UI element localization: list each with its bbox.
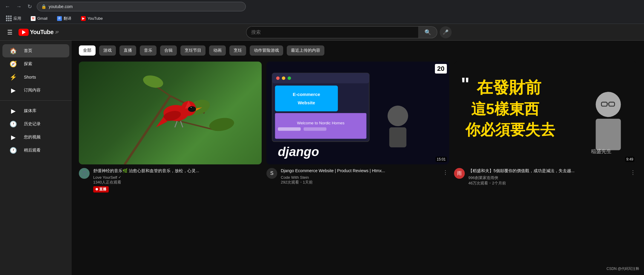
back-button[interactable]: ← xyxy=(4,2,11,11)
subscriptions-icon: ▶ xyxy=(10,87,17,94)
live-dot xyxy=(96,188,98,190)
svg-line-16 xyxy=(175,121,177,127)
video-thumbnail xyxy=(79,62,262,164)
video-meta: 【稻盛和夫】5個顛覆你的價值觀，成功是減法，失去越...996創業家造雨俠46万… xyxy=(468,168,625,186)
sidebar-label-subscriptions: 订阅内容 xyxy=(24,88,41,93)
bookmark-gmail[interactable]: M Gmail xyxy=(28,15,50,22)
svg-text:這5樣東西: 這5樣東西 xyxy=(471,101,539,117)
svg-point-22 xyxy=(282,77,285,80)
browser-chrome: ← → ↻ 🔒 youtube.com xyxy=(0,0,644,13)
forward-button[interactable]: → xyxy=(15,2,23,11)
hamburger-button[interactable]: ☰ xyxy=(5,26,15,38)
filter-chip-9[interactable]: 最近上传的内容 xyxy=(287,45,324,56)
gmail-icon: M xyxy=(31,16,36,21)
sidebar-label-watch-later: 稍后观看 xyxy=(24,148,41,153)
video-card[interactable]: E-commerce Website Welcome to Nordic Hom… xyxy=(266,62,449,192)
sidebar-item-shorts[interactable]: ⚡ Shorts xyxy=(2,71,69,84)
youtube-logo-region: JP xyxy=(55,30,59,34)
voice-search-button[interactable]: 🎤 xyxy=(440,26,452,38)
svg-text:在發財前: 在發財前 xyxy=(477,79,542,96)
bookmark-translate[interactable]: 译 翻译 xyxy=(55,15,74,22)
sidebar-divider-1 xyxy=(0,100,72,101)
video-channel[interactable]: Love YourSelf ✓ xyxy=(93,175,262,180)
apps-icon xyxy=(6,16,12,21)
svg-rect-29 xyxy=(278,127,301,131)
svg-text:稲盛先生: 稲盛先生 xyxy=(591,148,611,154)
shorts-icon: ⚡ xyxy=(10,74,17,81)
video-card[interactable]: " 在發財前 這5樣東西 你必須要失去 " 稲盛先生 9:49雨【稻盛和夫】5個… xyxy=(454,62,637,192)
video-channel[interactable]: 996創業家造雨俠 xyxy=(468,175,625,181)
video-duration: 15:01 xyxy=(436,157,447,162)
sidebar-label-library: 媒体库 xyxy=(24,108,36,114)
svg-text:Website: Website xyxy=(298,100,315,105)
svg-text:Welcome to Nordic Homes: Welcome to Nordic Homes xyxy=(297,121,344,125)
filter-chip-0[interactable]: 全部 xyxy=(79,45,96,56)
video-title: 【稻盛和夫】5個顛覆你的價值觀，成功是減法，失去越... xyxy=(468,168,625,174)
filter-chip-6[interactable]: 动画 xyxy=(209,45,226,56)
sidebar-item-watch-later[interactable]: 🕐 稍后观看 xyxy=(2,144,69,157)
svg-point-40 xyxy=(596,92,621,117)
bookmark-youtube[interactable]: ▶ YouTube xyxy=(79,15,105,22)
filter-chip-2[interactable]: 直播 xyxy=(119,45,136,56)
bookmark-gmail-label: Gmail xyxy=(37,16,47,21)
svg-text:": " xyxy=(461,74,470,94)
svg-point-6 xyxy=(208,116,235,133)
video-title: 舒缓神经的音乐🌿 治愈心脏和血管的音乐，放松，心灵... xyxy=(93,168,262,174)
history-icon: 🕐 xyxy=(10,120,17,128)
svg-point-13 xyxy=(188,106,196,112)
youtube-bookmark-icon: ▶ xyxy=(81,16,86,21)
sidebar-item-explore[interactable]: 🧭 探索 xyxy=(2,57,69,71)
search-input[interactable] xyxy=(246,26,418,38)
video-channel[interactable]: Code With Stein xyxy=(281,175,438,180)
filter-chips: 全部游戏直播音乐合辑烹饪节目动画烹饪动作冒险游戏最近上传的内容 xyxy=(79,45,637,56)
video-meta: 舒缓神经的音乐🌿 治愈心脏和血管的音乐，放松，心灵...Love YourSel… xyxy=(93,168,262,192)
filter-chip-3[interactable]: 音乐 xyxy=(140,45,157,56)
filter-chip-5[interactable]: 烹饪节目 xyxy=(180,45,206,56)
mic-icon: 🎤 xyxy=(443,29,449,35)
channel-avatar[interactable]: S xyxy=(266,168,277,179)
video-thumbnail: E-commerce Website Welcome to Nordic Hom… xyxy=(266,62,449,164)
video-info: 雨【稻盛和夫】5個顛覆你的價值觀，成功是減法，失去越...996創業家造雨俠46… xyxy=(454,164,637,186)
video-info: 🎵舒缓神经的音乐🌿 治愈心脏和血管的音乐，放松，心灵...Love YourSe… xyxy=(79,164,262,192)
filter-chip-1[interactable]: 游戏 xyxy=(99,45,116,56)
video-card[interactable]: 🎵舒缓神经的音乐🌿 治愈心脏和血管的音乐，放松，心灵...Love YourSe… xyxy=(79,62,262,192)
sidebar-label-explore: 探索 xyxy=(24,61,32,67)
sidebar-item-your-videos[interactable]: ▶ 您的视频 xyxy=(2,131,69,144)
live-badge: 直播 xyxy=(93,186,109,192)
svg-line-0 xyxy=(125,96,170,165)
bookmark-apps[interactable]: 应用 xyxy=(4,14,24,22)
channel-avatar[interactable]: 🎵 xyxy=(79,168,90,179)
search-box: 🔍 xyxy=(246,26,437,38)
svg-rect-27 xyxy=(275,113,367,139)
sidebar-label-your-videos: 您的视频 xyxy=(24,135,41,140)
svg-text:你必須要失去: 你必須要失去 xyxy=(465,121,555,138)
video-thumbnail: " 在發財前 這5樣東西 你必須要失去 " 稲盛先生 9:49 xyxy=(454,62,637,164)
svg-text:django: django xyxy=(278,145,319,159)
sidebar-item-subscriptions[interactable]: ▶ 订阅内容 xyxy=(2,84,69,97)
youtube-header: ☰ YouTubeJP 🔍 🎤 xyxy=(0,24,644,41)
sidebar-item-library[interactable]: ▶ 媒体库 xyxy=(2,104,69,117)
sidebar-item-home[interactable]: 🏠 首页 xyxy=(2,44,69,57)
youtube-logo-icon xyxy=(19,29,29,36)
verified-icon: ✓ xyxy=(118,175,121,179)
more-options-button[interactable]: ⋮ xyxy=(629,168,637,177)
address-text: youtube.com xyxy=(49,4,73,9)
filter-chip-4[interactable]: 合辑 xyxy=(160,45,177,56)
video-stats: 292次观看・1天前 xyxy=(281,180,438,185)
address-bar[interactable]: 🔒 youtube.com xyxy=(37,2,246,11)
sidebar-label-history: 历史记录 xyxy=(24,121,41,127)
more-options-button[interactable]: ⋮ xyxy=(441,168,449,177)
sidebar-item-history[interactable]: 🕐 历史记录 xyxy=(2,117,69,131)
explore-icon: 🧭 xyxy=(10,60,17,68)
search-button[interactable]: 🔍 xyxy=(418,26,437,38)
thumb-number-badge: 20 xyxy=(435,64,447,74)
video-meta: Django Ecommerce Website | Product Revie… xyxy=(281,168,438,185)
filter-chip-8[interactable]: 动作冒险游戏 xyxy=(250,45,283,56)
refresh-button[interactable]: ↻ xyxy=(26,2,33,11)
channel-avatar[interactable]: 雨 xyxy=(454,168,465,179)
video-grid: 🎵舒缓神经的音乐🌿 治愈心脏和血管的音乐，放松，心灵...Love YourSe… xyxy=(79,62,637,192)
svg-point-5 xyxy=(142,74,164,90)
svg-point-23 xyxy=(288,77,291,80)
youtube-logo[interactable]: YouTubeJP xyxy=(19,29,59,36)
filter-chip-7[interactable]: 烹饪 xyxy=(229,45,246,56)
